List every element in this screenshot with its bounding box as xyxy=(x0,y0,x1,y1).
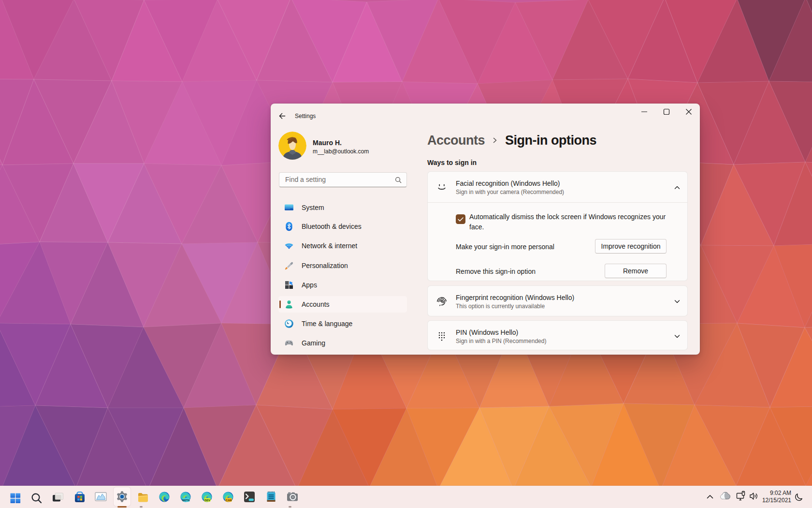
svg-text:DEV: DEV xyxy=(204,499,210,502)
svg-text:CAN: CAN xyxy=(226,499,232,502)
svg-text:BETA: BETA xyxy=(182,499,190,502)
